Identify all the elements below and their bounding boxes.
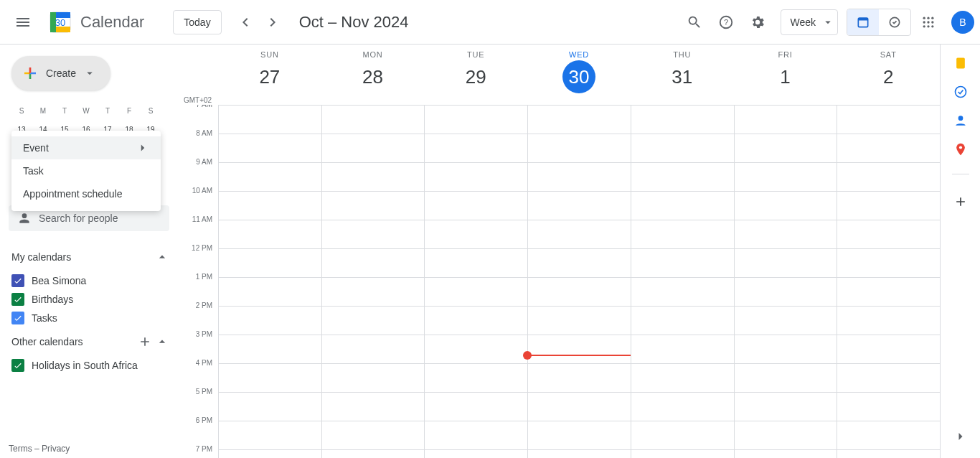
day-column[interactable] (321, 106, 425, 458)
hour-label: 7 AM (178, 105, 218, 129)
caret-down-icon (83, 67, 96, 80)
settings-button[interactable] (743, 8, 772, 37)
checkbox-icon[interactable] (11, 359, 24, 372)
calendar-label: Bea Simona (32, 275, 86, 286)
day-number[interactable]: 2 (872, 60, 905, 93)
current-time-indicator (527, 355, 631, 356)
plus-icon (953, 195, 968, 209)
checkbox-icon[interactable] (11, 312, 24, 324)
chevron-right-icon (265, 14, 282, 31)
day-column[interactable] (631, 106, 734, 458)
svg-point-16 (931, 21, 933, 23)
calendar-view-toggle[interactable] (847, 9, 879, 35)
calendar-label: Birthdays (32, 294, 73, 305)
svg-point-17 (923, 25, 925, 27)
day-abbr: THU (631, 50, 734, 59)
mini-cal-weekday: W (76, 102, 96, 119)
day-number[interactable]: 28 (357, 60, 390, 93)
day-number[interactable]: 29 (459, 60, 492, 93)
prev-week-button[interactable] (230, 8, 259, 37)
create-task-option[interactable]: Task (11, 159, 161, 182)
keep-tool[interactable] (953, 56, 968, 70)
svg-rect-20 (956, 58, 965, 69)
day-number[interactable]: 1 (768, 60, 801, 93)
header-actions: ? Week B (680, 8, 974, 37)
calendar-item[interactable]: Tasks (9, 309, 178, 327)
svg-point-22 (958, 116, 963, 121)
tasks-check-icon (887, 15, 902, 29)
main-menu-button[interactable] (9, 8, 37, 37)
contacts-tool[interactable] (953, 113, 968, 128)
week-nav (230, 8, 288, 37)
day-number[interactable]: 27 (253, 60, 286, 93)
calendar-label: Tasks (32, 312, 57, 324)
people-icon (17, 211, 32, 225)
maps-tool[interactable] (953, 142, 968, 156)
hour-label: 10 AM (178, 187, 218, 215)
day-header: WED30 (527, 45, 631, 105)
terms-link[interactable]: Terms (9, 444, 32, 454)
day-headers: SUN27MON28TUE29WED30THU31FRI1SAT2 (178, 45, 940, 105)
checkbox-icon[interactable] (11, 274, 24, 287)
hour-label: 7 PM (178, 445, 218, 458)
support-button[interactable]: ? (712, 8, 740, 37)
mini-cal-weekday: M (33, 102, 53, 119)
create-event-option[interactable]: Event (11, 136, 161, 159)
day-column[interactable] (734, 106, 837, 458)
day-column[interactable] (527, 106, 631, 458)
calendar-item[interactable]: Bea Simona (9, 271, 178, 290)
calendar-item[interactable]: Holidays in South Africa (9, 356, 178, 375)
day-column[interactable] (837, 106, 940, 458)
calendar-item[interactable]: Birthdays (9, 290, 178, 309)
mini-cal-weekday: T (55, 102, 75, 119)
create-appointment-option[interactable]: Appointment schedule (11, 182, 161, 205)
tasks-view-toggle[interactable] (879, 9, 910, 35)
hour-label: 8 AM (178, 129, 218, 158)
hour-label: 6 PM (178, 416, 218, 445)
day-number[interactable]: 31 (666, 60, 699, 93)
next-week-button[interactable] (259, 8, 288, 37)
tasks-tool[interactable] (953, 85, 968, 99)
mini-cal-weekday: S (141, 102, 161, 119)
day-column[interactable] (218, 106, 321, 458)
day-abbr: WED (527, 50, 631, 59)
search-icon (687, 14, 702, 30)
menu-item-label: Task (23, 165, 44, 177)
day-number[interactable]: 30 (562, 60, 595, 93)
time-grid: 7 AM8 AM9 AM10 AM11 AM12 PM1 PM2 PM3 PM4… (178, 105, 940, 458)
create-button[interactable]: Create (11, 56, 110, 90)
create-dropdown-menu: Event Task Appointment schedule (11, 131, 161, 211)
svg-point-13 (931, 17, 933, 19)
calendar-icon (856, 15, 870, 29)
svg-point-23 (958, 146, 961, 149)
checkbox-icon[interactable] (11, 293, 24, 306)
svg-text:?: ? (724, 17, 728, 26)
main-content: Create Event Task Appointment schedule S… (0, 45, 980, 458)
hamburger-icon (14, 14, 32, 31)
grid-columns[interactable] (218, 105, 940, 458)
hour-label: 1 PM (178, 273, 218, 302)
search-button[interactable] (680, 8, 709, 37)
hour-label: 12 PM (178, 244, 218, 273)
other-calendars-toggle[interactable]: Other calendars (9, 327, 178, 356)
create-label: Create (46, 67, 76, 79)
hour-label: 9 AM (178, 158, 218, 187)
google-apps-button[interactable] (914, 8, 943, 37)
today-button[interactable]: Today (173, 10, 221, 34)
day-header: MON28 (321, 45, 425, 105)
section-title: My calendars (11, 251, 71, 263)
time-labels: 7 AM8 AM9 AM10 AM11 AM12 PM1 PM2 PM3 PM4… (178, 105, 218, 458)
calendar-label: Holidays in South Africa (32, 360, 138, 371)
add-tool-button[interactable] (953, 195, 968, 209)
chevron-right-icon (953, 429, 968, 444)
view-selector[interactable]: Week (781, 9, 838, 35)
hour-label: 3 PM (178, 330, 218, 359)
plus-icon[interactable] (138, 335, 152, 349)
day-column[interactable] (424, 106, 527, 458)
day-abbr: FRI (734, 50, 837, 59)
caret-down-icon (821, 16, 834, 29)
my-calendars-toggle[interactable]: My calendars (9, 243, 178, 271)
privacy-link[interactable]: Privacy (42, 444, 70, 454)
account-avatar[interactable]: B (951, 11, 974, 34)
hide-side-panel-button[interactable] (953, 429, 968, 444)
